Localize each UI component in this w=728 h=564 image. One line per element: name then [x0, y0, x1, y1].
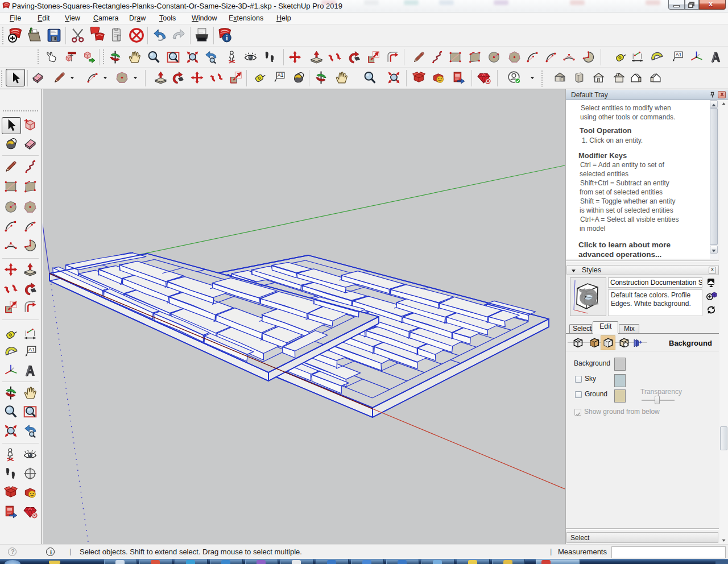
svg-text:i: i [226, 34, 228, 42]
svg-text:A1: A1 [676, 52, 682, 57]
svg-text:A1: A1 [278, 72, 284, 78]
svg-text:A1: A1 [28, 347, 35, 353]
